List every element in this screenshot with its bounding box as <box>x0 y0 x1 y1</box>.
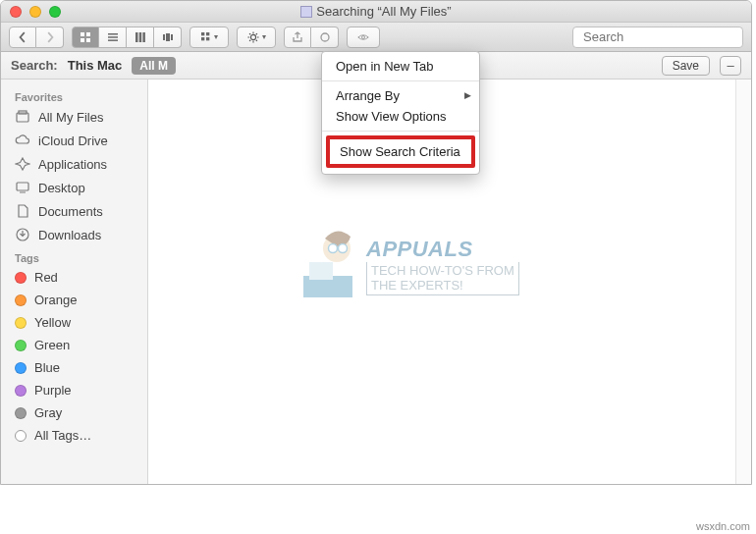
svg-line-25 <box>255 33 256 34</box>
forward-button[interactable] <box>36 27 64 48</box>
svg-rect-2 <box>81 38 84 42</box>
tag-dot-icon <box>15 340 27 351</box>
menu-show-view-options[interactable]: Show View Options <box>322 106 479 127</box>
svg-rect-4 <box>108 33 118 35</box>
action-dropdown-button[interactable]: ▾ <box>237 27 276 48</box>
scope-this-mac[interactable]: This Mac <box>68 58 123 73</box>
arrange-dropdown-button[interactable]: ▾ <box>189 27 229 48</box>
tag-blue[interactable]: Blue <box>1 356 147 379</box>
svg-rect-5 <box>108 36 118 38</box>
tag-dot-icon <box>15 317 27 329</box>
svg-point-27 <box>362 35 365 38</box>
svg-point-39 <box>339 244 348 253</box>
close-window-button[interactable] <box>10 6 22 18</box>
svg-rect-10 <box>163 34 165 40</box>
tag-dot-icon <box>15 294 27 306</box>
svg-rect-15 <box>201 37 204 40</box>
sidebar-item-downloads[interactable]: Downloads <box>1 223 147 246</box>
tag-label: Green <box>34 338 70 352</box>
svg-rect-36 <box>309 262 333 280</box>
tag-red[interactable]: Red <box>1 266 147 289</box>
svg-rect-0 <box>81 32 84 36</box>
svg-rect-3 <box>86 38 90 42</box>
toolbar: ▾ ▾ <box>1 23 751 52</box>
view-mode-segment <box>72 27 182 48</box>
back-button[interactable] <box>9 27 36 48</box>
action-menu: Open in New Tab Arrange By Show View Opt… <box>321 51 480 175</box>
tag-label: Gray <box>34 405 62 420</box>
tag-label: Yellow <box>34 315 71 330</box>
highlight-callout: Show Search Criteria <box>326 135 475 168</box>
svg-rect-13 <box>201 32 204 35</box>
column-view-button[interactable] <box>127 27 154 48</box>
tag-dot-icon <box>15 385 27 397</box>
search-input[interactable] <box>583 29 748 44</box>
vertical-scrollbar[interactable] <box>735 80 751 484</box>
svg-rect-7 <box>135 32 138 42</box>
titlebar: Searching “All My Files” <box>1 1 751 23</box>
tag-dot-icon <box>15 362 27 374</box>
tags-button[interactable] <box>311 27 339 48</box>
sidebar-item-applications[interactable]: Applications <box>1 152 147 176</box>
svg-point-38 <box>329 244 338 253</box>
svg-rect-32 <box>17 183 28 190</box>
sidebar-item-documents[interactable]: Documents <box>1 199 147 223</box>
watermark-sub: TECH HOW-TO'S FROM THE EXPERTS! <box>366 262 519 295</box>
tag-all-tags[interactable]: All Tags… <box>1 424 147 447</box>
menu-show-search-criteria[interactable]: Show Search Criteria <box>330 139 471 164</box>
tag-label: Blue <box>34 360 60 375</box>
search-field[interactable] <box>572 27 743 48</box>
applications-icon <box>15 156 30 172</box>
tag-label: Purple <box>34 383 72 398</box>
svg-rect-1 <box>86 32 90 36</box>
icon-view-button[interactable] <box>72 27 99 48</box>
sidebar-item-icloud[interactable]: iCloud Drive <box>1 129 147 152</box>
minimize-window-button[interactable] <box>29 6 41 18</box>
coverflow-view-button[interactable] <box>154 27 182 48</box>
share-segment <box>284 27 339 48</box>
share-button[interactable] <box>284 27 311 48</box>
source-credit: wsxdn.com <box>696 520 750 532</box>
svg-line-23 <box>255 39 256 40</box>
sidebar-item-all-my-files[interactable]: All My Files <box>1 105 147 129</box>
list-view-button[interactable] <box>99 27 127 48</box>
tag-purple[interactable]: Purple <box>1 379 147 401</box>
svg-rect-8 <box>138 32 141 42</box>
sidebar-item-label: Applications <box>38 157 107 172</box>
svg-line-24 <box>249 39 250 40</box>
remove-criteria-button[interactable]: – <box>720 56 741 76</box>
tag-orange[interactable]: Orange <box>1 289 147 311</box>
tag-green[interactable]: Green <box>1 334 147 356</box>
tag-label: Orange <box>34 293 77 307</box>
sidebar-item-label: iCloud Drive <box>38 134 108 148</box>
watermark: APPUALS TECH HOW-TO'S FROM THE EXPERTS! <box>296 227 519 305</box>
desktop-icon <box>15 180 30 195</box>
window-controls <box>1 6 61 18</box>
svg-rect-6 <box>108 39 118 41</box>
watermark-title: APPUALS <box>366 237 519 262</box>
tag-yellow[interactable]: Yellow <box>1 311 147 334</box>
menu-separator <box>322 80 479 81</box>
menu-open-new-tab[interactable]: Open in New Tab <box>322 56 479 77</box>
tag-gray[interactable]: Gray <box>1 401 147 424</box>
quicklook-button[interactable] <box>347 27 380 48</box>
svg-rect-12 <box>171 34 173 40</box>
scope-all-my-files[interactable]: All M <box>132 57 176 75</box>
window-title: Searching “All My Files” <box>1 4 751 19</box>
svg-line-22 <box>249 33 250 34</box>
tag-dot-icon <box>15 407 27 419</box>
nav-buttons <box>9 27 64 48</box>
svg-rect-9 <box>142 32 145 42</box>
zoom-window-button[interactable] <box>49 6 61 18</box>
favorites-header: Favorites <box>1 85 147 105</box>
sidebar-item-label: All My Files <box>38 110 103 125</box>
sidebar-item-label: Downloads <box>38 228 101 242</box>
menu-arrange-by[interactable]: Arrange By <box>322 85 479 106</box>
tag-dot-icon <box>15 272 27 284</box>
svg-rect-11 <box>166 33 170 41</box>
save-search-button[interactable]: Save <box>662 56 710 76</box>
tag-label: Red <box>34 270 58 285</box>
sidebar-item-desktop[interactable]: Desktop <box>1 176 147 199</box>
downloads-icon <box>15 227 30 242</box>
finder-window: Searching “All My Files” ▾ ▾ Se <box>0 0 752 485</box>
